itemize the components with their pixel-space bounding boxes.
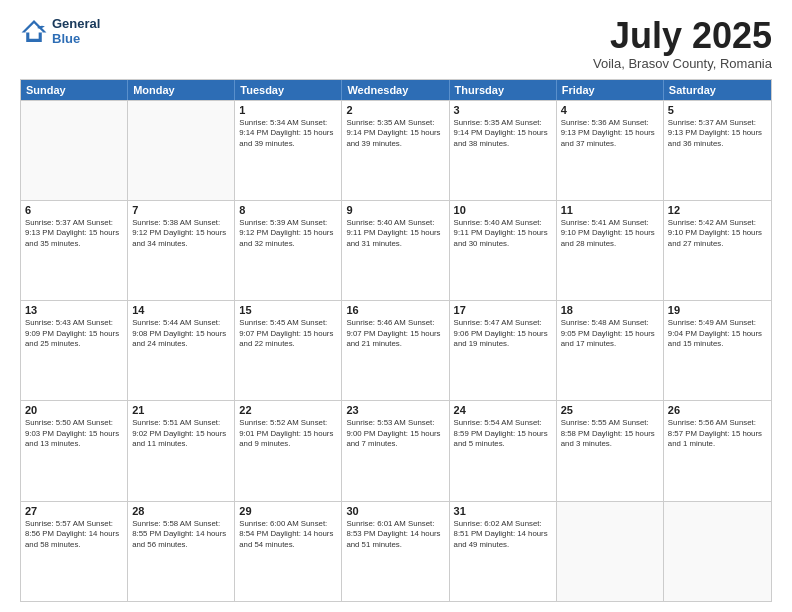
calendar-week-4: 20Sunrise: 5:50 AM Sunset: 9:03 PM Dayli…: [21, 400, 771, 500]
day-info: Sunrise: 5:57 AM Sunset: 8:56 PM Dayligh…: [25, 519, 123, 551]
day-number: 13: [25, 304, 123, 316]
calendar-day-19: 19Sunrise: 5:49 AM Sunset: 9:04 PM Dayli…: [664, 301, 771, 400]
calendar-day-14: 14Sunrise: 5:44 AM Sunset: 9:08 PM Dayli…: [128, 301, 235, 400]
calendar-day-9: 9Sunrise: 5:40 AM Sunset: 9:11 PM Daylig…: [342, 201, 449, 300]
day-number: 20: [25, 404, 123, 416]
calendar-day-13: 13Sunrise: 5:43 AM Sunset: 9:09 PM Dayli…: [21, 301, 128, 400]
day-number: 17: [454, 304, 552, 316]
calendar-day-26: 26Sunrise: 5:56 AM Sunset: 8:57 PM Dayli…: [664, 401, 771, 500]
day-info: Sunrise: 5:44 AM Sunset: 9:08 PM Dayligh…: [132, 318, 230, 350]
weekday-header-monday: Monday: [128, 80, 235, 100]
day-number: 16: [346, 304, 444, 316]
day-info: Sunrise: 5:40 AM Sunset: 9:11 PM Dayligh…: [346, 218, 444, 250]
calendar-day-22: 22Sunrise: 5:52 AM Sunset: 9:01 PM Dayli…: [235, 401, 342, 500]
day-number: 2: [346, 104, 444, 116]
weekday-header-wednesday: Wednesday: [342, 80, 449, 100]
day-number: 5: [668, 104, 767, 116]
day-number: 1: [239, 104, 337, 116]
day-number: 30: [346, 505, 444, 517]
day-info: Sunrise: 5:51 AM Sunset: 9:02 PM Dayligh…: [132, 418, 230, 450]
calendar-day-17: 17Sunrise: 5:47 AM Sunset: 9:06 PM Dayli…: [450, 301, 557, 400]
calendar-body: 1Sunrise: 5:34 AM Sunset: 9:14 PM Daylig…: [21, 100, 771, 601]
day-info: Sunrise: 5:55 AM Sunset: 8:58 PM Dayligh…: [561, 418, 659, 450]
day-number: 22: [239, 404, 337, 416]
calendar-day-29: 29Sunrise: 6:00 AM Sunset: 8:54 PM Dayli…: [235, 502, 342, 601]
calendar-day-18: 18Sunrise: 5:48 AM Sunset: 9:05 PM Dayli…: [557, 301, 664, 400]
day-info: Sunrise: 5:47 AM Sunset: 9:06 PM Dayligh…: [454, 318, 552, 350]
calendar-day-31: 31Sunrise: 6:02 AM Sunset: 8:51 PM Dayli…: [450, 502, 557, 601]
calendar-day-20: 20Sunrise: 5:50 AM Sunset: 9:03 PM Dayli…: [21, 401, 128, 500]
month-title: July 2025: [593, 16, 772, 56]
day-number: 23: [346, 404, 444, 416]
day-number: 11: [561, 204, 659, 216]
calendar-day-empty: [128, 101, 235, 200]
day-info: Sunrise: 5:50 AM Sunset: 9:03 PM Dayligh…: [25, 418, 123, 450]
title-block: July 2025 Voila, Brasov County, Romania: [593, 16, 772, 71]
page: General Blue July 2025 Voila, Brasov Cou…: [0, 0, 792, 612]
day-number: 21: [132, 404, 230, 416]
day-info: Sunrise: 5:45 AM Sunset: 9:07 PM Dayligh…: [239, 318, 337, 350]
day-number: 27: [25, 505, 123, 517]
day-number: 28: [132, 505, 230, 517]
calendar-day-21: 21Sunrise: 5:51 AM Sunset: 9:02 PM Dayli…: [128, 401, 235, 500]
calendar-day-4: 4Sunrise: 5:36 AM Sunset: 9:13 PM Daylig…: [557, 101, 664, 200]
day-number: 26: [668, 404, 767, 416]
day-info: Sunrise: 6:01 AM Sunset: 8:53 PM Dayligh…: [346, 519, 444, 551]
calendar-day-empty: [664, 502, 771, 601]
calendar-day-7: 7Sunrise: 5:38 AM Sunset: 9:12 PM Daylig…: [128, 201, 235, 300]
day-info: Sunrise: 5:43 AM Sunset: 9:09 PM Dayligh…: [25, 318, 123, 350]
day-number: 15: [239, 304, 337, 316]
day-info: Sunrise: 5:40 AM Sunset: 9:11 PM Dayligh…: [454, 218, 552, 250]
day-info: Sunrise: 5:35 AM Sunset: 9:14 PM Dayligh…: [346, 118, 444, 150]
header: General Blue July 2025 Voila, Brasov Cou…: [20, 16, 772, 71]
day-number: 29: [239, 505, 337, 517]
calendar-day-empty: [557, 502, 664, 601]
calendar-day-16: 16Sunrise: 5:46 AM Sunset: 9:07 PM Dayli…: [342, 301, 449, 400]
day-number: 7: [132, 204, 230, 216]
day-info: Sunrise: 5:39 AM Sunset: 9:12 PM Dayligh…: [239, 218, 337, 250]
day-info: Sunrise: 5:37 AM Sunset: 9:13 PM Dayligh…: [25, 218, 123, 250]
day-info: Sunrise: 5:38 AM Sunset: 9:12 PM Dayligh…: [132, 218, 230, 250]
day-info: Sunrise: 5:42 AM Sunset: 9:10 PM Dayligh…: [668, 218, 767, 250]
day-number: 19: [668, 304, 767, 316]
weekday-header-friday: Friday: [557, 80, 664, 100]
day-info: Sunrise: 5:53 AM Sunset: 9:00 PM Dayligh…: [346, 418, 444, 450]
weekday-header-thursday: Thursday: [450, 80, 557, 100]
weekday-header-tuesday: Tuesday: [235, 80, 342, 100]
day-info: Sunrise: 5:36 AM Sunset: 9:13 PM Dayligh…: [561, 118, 659, 150]
calendar-day-8: 8Sunrise: 5:39 AM Sunset: 9:12 PM Daylig…: [235, 201, 342, 300]
day-number: 12: [668, 204, 767, 216]
calendar-day-28: 28Sunrise: 5:58 AM Sunset: 8:55 PM Dayli…: [128, 502, 235, 601]
day-number: 8: [239, 204, 337, 216]
calendar-day-empty: [21, 101, 128, 200]
weekday-header-saturday: Saturday: [664, 80, 771, 100]
calendar-day-24: 24Sunrise: 5:54 AM Sunset: 8:59 PM Dayli…: [450, 401, 557, 500]
calendar: SundayMondayTuesdayWednesdayThursdayFrid…: [20, 79, 772, 602]
day-info: Sunrise: 5:37 AM Sunset: 9:13 PM Dayligh…: [668, 118, 767, 150]
calendar-day-25: 25Sunrise: 5:55 AM Sunset: 8:58 PM Dayli…: [557, 401, 664, 500]
day-info: Sunrise: 5:58 AM Sunset: 8:55 PM Dayligh…: [132, 519, 230, 551]
calendar-day-5: 5Sunrise: 5:37 AM Sunset: 9:13 PM Daylig…: [664, 101, 771, 200]
day-number: 14: [132, 304, 230, 316]
calendar-day-2: 2Sunrise: 5:35 AM Sunset: 9:14 PM Daylig…: [342, 101, 449, 200]
day-info: Sunrise: 6:00 AM Sunset: 8:54 PM Dayligh…: [239, 519, 337, 551]
calendar-day-3: 3Sunrise: 5:35 AM Sunset: 9:14 PM Daylig…: [450, 101, 557, 200]
calendar-day-15: 15Sunrise: 5:45 AM Sunset: 9:07 PM Dayli…: [235, 301, 342, 400]
calendar-day-23: 23Sunrise: 5:53 AM Sunset: 9:00 PM Dayli…: [342, 401, 449, 500]
day-info: Sunrise: 5:54 AM Sunset: 8:59 PM Dayligh…: [454, 418, 552, 450]
day-number: 18: [561, 304, 659, 316]
day-info: Sunrise: 5:48 AM Sunset: 9:05 PM Dayligh…: [561, 318, 659, 350]
day-info: Sunrise: 5:35 AM Sunset: 9:14 PM Dayligh…: [454, 118, 552, 150]
subtitle: Voila, Brasov County, Romania: [593, 56, 772, 71]
logo-icon: [20, 17, 48, 45]
day-number: 9: [346, 204, 444, 216]
calendar-day-1: 1Sunrise: 5:34 AM Sunset: 9:14 PM Daylig…: [235, 101, 342, 200]
calendar-day-30: 30Sunrise: 6:01 AM Sunset: 8:53 PM Dayli…: [342, 502, 449, 601]
calendar-day-12: 12Sunrise: 5:42 AM Sunset: 9:10 PM Dayli…: [664, 201, 771, 300]
calendar-day-27: 27Sunrise: 5:57 AM Sunset: 8:56 PM Dayli…: [21, 502, 128, 601]
weekday-header-sunday: Sunday: [21, 80, 128, 100]
day-info: Sunrise: 5:41 AM Sunset: 9:10 PM Dayligh…: [561, 218, 659, 250]
day-number: 24: [454, 404, 552, 416]
calendar-week-3: 13Sunrise: 5:43 AM Sunset: 9:09 PM Dayli…: [21, 300, 771, 400]
day-info: Sunrise: 5:52 AM Sunset: 9:01 PM Dayligh…: [239, 418, 337, 450]
